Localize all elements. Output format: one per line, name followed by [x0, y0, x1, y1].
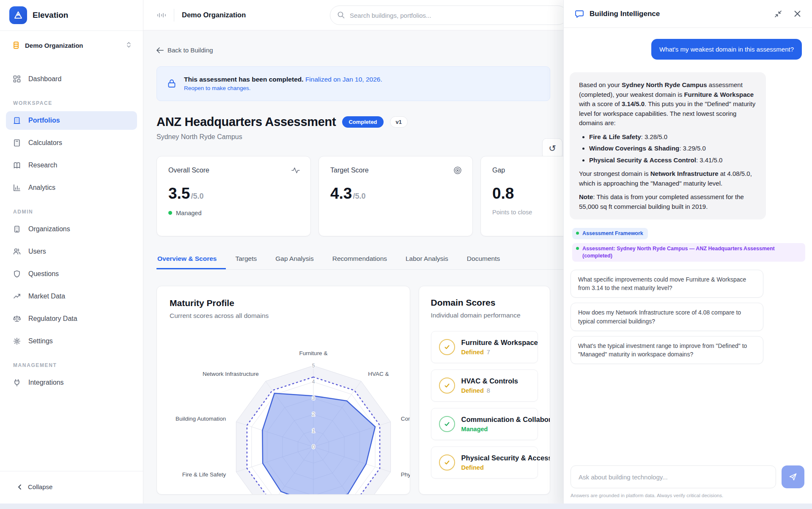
suggestion-button[interactable]: How does my Network Infrastructure score… [571, 303, 763, 331]
tab-recommendations[interactable]: Recommendations [323, 255, 396, 269]
domain-score-row[interactable]: Physical Security & Access Control Defin… [431, 446, 538, 479]
maturity-profile-card: Maturity Profile Current scores across a… [156, 286, 410, 495]
search-icon [337, 11, 345, 19]
svg-text:0: 0 [312, 444, 315, 450]
chat-input[interactable] [571, 465, 776, 488]
tab-targets[interactable]: Targets [226, 255, 266, 269]
refresh-button[interactable]: ↺ [542, 138, 562, 159]
title-row: ANZ Headquarters Assessment Completed v1 [156, 115, 550, 129]
building-icon [13, 116, 21, 125]
tab-overview-scores[interactable]: Overview & Scores [156, 255, 226, 269]
send-button[interactable] [782, 465, 804, 488]
back-to-building-link[interactable]: Back to Building [156, 47, 213, 54]
minimize-panel-button[interactable] [774, 10, 782, 18]
sidebar-item-label: Portfolios [28, 117, 60, 124]
tab-labor-analysis[interactable]: Labor Analysis [396, 255, 458, 269]
org-switcher[interactable]: Demo Organization [7, 38, 136, 53]
shield-icon [13, 270, 21, 278]
domain-maturity: Defined [461, 387, 484, 394]
user-message: What's my weakest domain in this assessm… [651, 39, 802, 60]
tab-gap-analysis[interactable]: Gap Analysis [266, 255, 323, 269]
organization-building-icon [13, 225, 21, 233]
svg-text:3: 3 [312, 395, 315, 401]
collapse-arrows-icon [774, 10, 782, 18]
sidebar-item-dashboard[interactable]: Dashboard [6, 70, 137, 88]
sidebar-item-analytics[interactable]: Analytics [6, 178, 137, 197]
arrow-left-icon [156, 47, 164, 53]
sidebar-item-portfolios[interactable]: Portfolios [6, 111, 137, 130]
domain-score-row[interactable]: Communication & Collaboration Managed [431, 408, 538, 440]
domain-label: Communication & Collaboration [461, 416, 550, 424]
calculator-icon [13, 139, 21, 147]
search-input[interactable] [330, 5, 563, 25]
check-circle-icon [439, 378, 455, 394]
sidebar-item-questions[interactable]: Questions [6, 265, 137, 283]
managed-status-dot [168, 211, 172, 215]
sidebar-item-label: Research [28, 161, 57, 169]
sidebar-item-research[interactable]: Research [6, 156, 137, 175]
chat-composer: Answers are grounded in platform data. A… [564, 459, 812, 509]
status-badge: Completed [342, 116, 383, 128]
section-label-workspace: WORKSPACE [13, 100, 137, 106]
book-open-icon [13, 161, 21, 170]
topbar: Demo Organization [143, 0, 563, 30]
sidebar-item-regulatory-data[interactable]: Regulatory Data [6, 309, 137, 328]
trending-up-icon [13, 292, 21, 301]
sidebar-item-integrations[interactable]: Integrations [6, 373, 137, 392]
sidebar-item-calculators[interactable]: Calculators [6, 134, 137, 152]
overall-score-card: Overall Score 3.5/5.0 Managed [156, 156, 311, 236]
source-dot [576, 247, 579, 250]
suggested-questions: What specific improvements could move Fu… [571, 270, 805, 364]
domain-score-row[interactable]: Furniture & Workspace Defined7 [431, 331, 538, 363]
section-label-admin: ADMIN [13, 209, 137, 215]
sidebar-item-label: Integrations [28, 379, 64, 386]
sidebar-item-settings[interactable]: Settings [6, 332, 137, 350]
banner-finalized-text: Finalized on Jan 10, 2026. [305, 76, 382, 83]
svg-text:Furniture &: Furniture & [299, 350, 328, 356]
banner-bold-text: This assessment has been completed. [184, 76, 304, 83]
suggestion-button[interactable]: What's the typical investment range to i… [571, 336, 763, 364]
brand-name: Elevation [33, 11, 68, 20]
org-switcher-label: Demo Organization [25, 42, 83, 49]
chevron-left-icon [17, 484, 23, 490]
reopen-link[interactable]: Reopen to make changes. [184, 85, 382, 91]
sidebar-item-label: Dashboard [28, 75, 61, 83]
svg-text:Communication &: Communication & [401, 416, 410, 422]
maturity-radar-chart: 012345Furniture &HVAC &Communication &Ph… [157, 337, 410, 495]
check-circle-icon [439, 454, 455, 471]
activity-icon [291, 166, 300, 177]
sidebar-item-market-data[interactable]: Market Data [6, 287, 137, 306]
sidebar-item-organizations[interactable]: Organizations [6, 220, 137, 238]
sidebar-item-label: Regulatory Data [28, 315, 77, 323]
sidebar-item-label: Calculators [28, 139, 62, 147]
close-panel-button[interactable] [794, 10, 801, 17]
source-chip-framework[interactable]: Assessment Framework [572, 228, 648, 239]
score-max: /5.0 [353, 192, 365, 201]
main-area: Demo Organization Back to Building This … [143, 0, 563, 509]
target-icon [453, 166, 462, 177]
close-icon [794, 10, 801, 17]
overview-panels: Maturity Profile Current scores across a… [156, 286, 550, 495]
source-label: Assessment: Sydney North Ryde Campus — A… [582, 245, 801, 260]
card-label: Target Score [330, 167, 461, 174]
source-chip-assessment[interactable]: Assessment: Sydney North Ryde Campus — A… [572, 243, 805, 262]
domain-maturity: Managed [461, 426, 488, 432]
target-score-card: Target Score 4.3/5.0 [318, 156, 473, 236]
sidebar-item-label: Analytics [28, 184, 55, 192]
card-label: Gap [492, 167, 563, 174]
version-badge[interactable]: v1 [390, 116, 408, 128]
rotate-ccw-icon: ↺ [549, 143, 556, 153]
sidebar-nav: Dashboard WORKSPACE Portfolios Calculato… [0, 70, 143, 392]
sidebar-item-users[interactable]: Users [6, 242, 137, 261]
domain-scores-title: Domain Scores [431, 298, 538, 308]
suggestion-button[interactable]: What specific improvements could move Fu… [571, 270, 763, 298]
section-label-management: MANAGEMENT [13, 362, 137, 368]
scales-icon [13, 315, 21, 323]
divider [174, 9, 174, 22]
gear-icon [13, 337, 21, 345]
app-window: Elevation Demo Organization Dashboard WO… [0, 0, 812, 509]
svg-text:Network Infrastructure: Network Infrastructure [203, 370, 259, 377]
domain-score-row[interactable]: HVAC & Controls Defined8 [431, 369, 538, 402]
tab-documents[interactable]: Documents [458, 255, 509, 269]
gap-value: 0.8 [492, 185, 514, 203]
